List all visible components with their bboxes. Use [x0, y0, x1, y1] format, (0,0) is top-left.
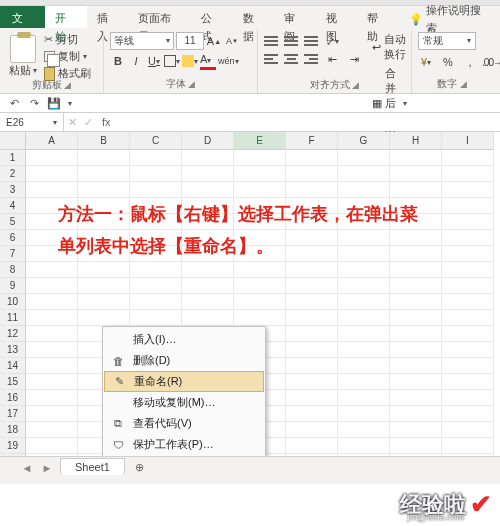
undo-button[interactable]: ↶: [8, 97, 20, 109]
cell[interactable]: [26, 278, 78, 294]
cell[interactable]: [26, 294, 78, 310]
cell[interactable]: [286, 358, 338, 374]
row-header[interactable]: 3: [0, 182, 26, 198]
cell[interactable]: [130, 150, 182, 166]
paste-button[interactable]: 粘贴▾: [6, 30, 40, 78]
align-middle-button[interactable]: [284, 36, 298, 46]
cell[interactable]: [338, 262, 390, 278]
tab-view[interactable]: 视图: [316, 6, 357, 28]
row-header[interactable]: 8: [0, 262, 26, 278]
tab-data[interactable]: 数据: [233, 6, 274, 28]
cell[interactable]: [182, 262, 234, 278]
cell[interactable]: [182, 166, 234, 182]
tab-file[interactable]: 文件: [0, 6, 45, 28]
tab-formulas[interactable]: 公式: [191, 6, 232, 28]
select-all-corner[interactable]: [0, 132, 26, 150]
cell[interactable]: [338, 182, 390, 198]
enter-formula-icon[interactable]: ✓: [80, 114, 96, 130]
cell[interactable]: [286, 342, 338, 358]
row-header[interactable]: 14: [0, 358, 26, 374]
cell[interactable]: [78, 278, 130, 294]
cell[interactable]: [442, 262, 494, 278]
cell[interactable]: [26, 166, 78, 182]
sheet-nav-prev[interactable]: ◄: [20, 462, 34, 474]
copy-button[interactable]: 复制▾: [44, 49, 91, 64]
col-header-G[interactable]: G: [338, 132, 390, 150]
currency-button[interactable]: ¥▾: [418, 54, 434, 70]
cell[interactable]: [78, 294, 130, 310]
cell[interactable]: [78, 182, 130, 198]
increase-font-icon[interactable]: A▲: [206, 33, 222, 49]
italic-button[interactable]: I: [128, 53, 144, 69]
cell[interactable]: [286, 166, 338, 182]
col-header-I[interactable]: I: [442, 132, 494, 150]
cell[interactable]: [442, 454, 494, 456]
cell[interactable]: [390, 326, 442, 342]
cell[interactable]: [338, 294, 390, 310]
cell[interactable]: [338, 310, 390, 326]
tab-insert[interactable]: 插入: [87, 6, 128, 28]
cell[interactable]: [442, 438, 494, 454]
cell[interactable]: [338, 422, 390, 438]
cell[interactable]: [182, 294, 234, 310]
cell[interactable]: [442, 150, 494, 166]
cell[interactable]: [286, 310, 338, 326]
cell[interactable]: [234, 262, 286, 278]
cell[interactable]: [390, 278, 442, 294]
cell[interactable]: [286, 454, 338, 456]
cell[interactable]: [286, 182, 338, 198]
col-header-A[interactable]: A: [26, 132, 78, 150]
row-header[interactable]: 4: [0, 198, 26, 214]
cell[interactable]: [338, 278, 390, 294]
cell[interactable]: [442, 182, 494, 198]
cell[interactable]: [130, 294, 182, 310]
cell[interactable]: [182, 310, 234, 326]
cell[interactable]: [234, 150, 286, 166]
cell[interactable]: [390, 454, 442, 456]
cell[interactable]: [442, 310, 494, 326]
sheet-tab-sheet1[interactable]: Sheet1: [60, 458, 125, 475]
cell[interactable]: [286, 150, 338, 166]
cell[interactable]: [338, 342, 390, 358]
underline-button[interactable]: U▾: [146, 53, 162, 69]
name-box[interactable]: E26▾: [0, 113, 64, 131]
ctx-delete[interactable]: 🗑删除(D): [103, 350, 265, 371]
col-header-H[interactable]: H: [390, 132, 442, 150]
cell[interactable]: [234, 166, 286, 182]
col-header-F[interactable]: F: [286, 132, 338, 150]
phonetic-button[interactable]: wén▾: [218, 53, 239, 69]
cell[interactable]: [26, 438, 78, 454]
increase-indent-button[interactable]: ⇥: [346, 51, 362, 67]
number-launcher-icon[interactable]: ◢: [460, 79, 469, 90]
cell[interactable]: [390, 294, 442, 310]
col-header-E[interactable]: E: [234, 132, 286, 150]
cell[interactable]: [78, 310, 130, 326]
cell[interactable]: [390, 390, 442, 406]
clipboard-launcher-icon[interactable]: ◢: [64, 80, 73, 91]
comma-button[interactable]: ,: [462, 54, 478, 70]
cell[interactable]: [234, 294, 286, 310]
cell[interactable]: [390, 262, 442, 278]
cell[interactable]: [338, 374, 390, 390]
cell[interactable]: [286, 294, 338, 310]
cell[interactable]: [130, 262, 182, 278]
insert-function-button[interactable]: fx: [96, 116, 117, 128]
cell[interactable]: [442, 294, 494, 310]
cell-area[interactable]: 方法一：鼠标【右键】选择工作表，在弹出菜 单列表中选择【重命名】。 插入(I)……: [26, 150, 494, 456]
ctx-insert[interactable]: 插入(I)…: [103, 329, 265, 350]
font-name-combo[interactable]: 等线▾: [110, 32, 174, 50]
cell[interactable]: [26, 326, 78, 342]
ctx-protect-sheet[interactable]: 🛡保护工作表(P)…: [103, 434, 265, 455]
cell[interactable]: [26, 454, 78, 456]
cell[interactable]: [182, 278, 234, 294]
row-header[interactable]: 7: [0, 246, 26, 262]
cell[interactable]: [286, 278, 338, 294]
cell[interactable]: [442, 326, 494, 342]
save-button[interactable]: 💾: [48, 97, 60, 109]
cell[interactable]: [442, 342, 494, 358]
cancel-formula-icon[interactable]: ✕: [64, 114, 80, 130]
increase-decimal-button[interactable]: .00→: [484, 54, 500, 70]
col-header-B[interactable]: B: [78, 132, 130, 150]
cell[interactable]: [78, 150, 130, 166]
row-header[interactable]: 9: [0, 278, 26, 294]
